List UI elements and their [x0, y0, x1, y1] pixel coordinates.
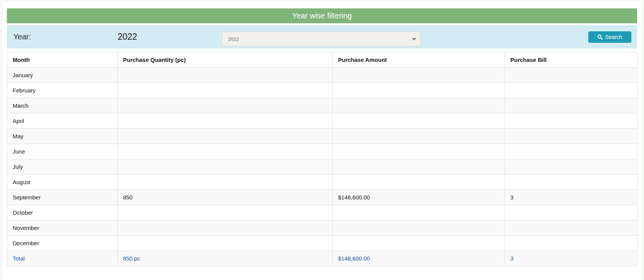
- table-header-row: Month Purchase Quantity (pc) Purchase Am…: [7, 52, 638, 68]
- amount-cell: [333, 144, 505, 159]
- amount-cell: [333, 220, 505, 236]
- bill-cell: [505, 129, 638, 144]
- month-cell: December: [7, 236, 118, 251]
- month-cell: May: [7, 129, 118, 144]
- quantity-cell: [118, 83, 333, 98]
- quantity-cell: [118, 129, 333, 144]
- amount-cell: [333, 236, 505, 251]
- quantity-cell: [118, 175, 333, 190]
- year-select-dropdown[interactable]: 2022: [222, 32, 421, 46]
- bill-cell: [505, 159, 638, 175]
- column-header-amount: Purchase Amount: [333, 52, 505, 68]
- column-header-bill: Purchase Bill: [505, 52, 638, 68]
- bill-cell: [505, 236, 638, 251]
- month-cell: January: [7, 68, 118, 83]
- amount-cell: [333, 83, 505, 98]
- amount-cell: [333, 113, 505, 129]
- table-row: July: [7, 159, 638, 175]
- search-icon: [597, 34, 603, 40]
- section-title-bar: Year wise filtering: [7, 8, 637, 23]
- table-row: March: [7, 98, 638, 113]
- total-quantity-cell: 850 pc: [118, 251, 333, 266]
- page-title: Year wise filtering: [292, 11, 352, 20]
- year-label: Year:: [13, 25, 31, 49]
- month-cell: October: [7, 205, 118, 220]
- bill-cell: [505, 205, 638, 220]
- table-row: January: [7, 68, 638, 83]
- bill-cell: 3: [505, 190, 638, 205]
- month-cell: August: [7, 175, 118, 190]
- month-cell: July: [7, 159, 118, 175]
- year-summary-table: Month Purchase Quantity (pc) Purchase Am…: [7, 52, 638, 266]
- month-cell: November: [7, 220, 118, 236]
- amount-cell: [333, 175, 505, 190]
- quantity-cell: [118, 68, 333, 83]
- month-cell: June: [7, 144, 118, 159]
- amount-cell: $148,600.00: [333, 190, 505, 205]
- amount-cell: [333, 205, 505, 220]
- quantity-cell: [118, 205, 333, 220]
- table-row: April: [7, 113, 638, 129]
- month-cell: March: [7, 98, 118, 113]
- month-cell: September: [7, 190, 118, 205]
- table-row: November: [7, 220, 638, 236]
- total-label-cell: Total: [7, 251, 118, 266]
- bill-cell: [505, 220, 638, 236]
- bill-cell: [505, 144, 638, 159]
- bill-cell: [505, 175, 638, 190]
- table-row: October: [7, 205, 638, 220]
- table-row: December: [7, 236, 638, 251]
- filter-bar: Year: 2022 2022 Search: [7, 25, 637, 49]
- table-row: February: [7, 83, 638, 98]
- bill-cell: [505, 98, 638, 113]
- column-header-month: Month: [7, 52, 118, 68]
- amount-cell: [333, 68, 505, 83]
- month-cell: April: [7, 113, 118, 129]
- quantity-cell: [118, 159, 333, 175]
- table-total-row: Total850 pc$148,600.003: [7, 251, 638, 266]
- total-amount-cell: $148,600.00: [333, 251, 505, 266]
- amount-cell: [333, 98, 505, 113]
- quantity-cell: [118, 113, 333, 129]
- quantity-cell: [118, 98, 333, 113]
- total-bill-cell: 3: [505, 251, 638, 266]
- quantity-cell: [118, 220, 333, 236]
- search-button-label: Search: [605, 34, 622, 40]
- amount-cell: [333, 129, 505, 144]
- bill-cell: [505, 68, 638, 83]
- year-value: 2022: [118, 25, 137, 49]
- bill-cell: [505, 83, 638, 98]
- column-header-quantity: Purchase Quantity (pc): [118, 52, 333, 68]
- table-row: August: [7, 175, 638, 190]
- search-button[interactable]: Search: [588, 31, 631, 43]
- bill-cell: [505, 113, 638, 129]
- table-row: May: [7, 129, 638, 144]
- year-select-value: 2022: [228, 36, 239, 42]
- quantity-cell: [118, 144, 333, 159]
- table-row: September850$148,600.003: [7, 190, 638, 205]
- amount-cell: [333, 159, 505, 175]
- chevron-down-icon: [412, 38, 416, 40]
- quantity-cell: [118, 236, 333, 251]
- month-cell: February: [7, 83, 118, 98]
- quantity-cell: 850: [118, 190, 333, 205]
- table-row: June: [7, 144, 638, 159]
